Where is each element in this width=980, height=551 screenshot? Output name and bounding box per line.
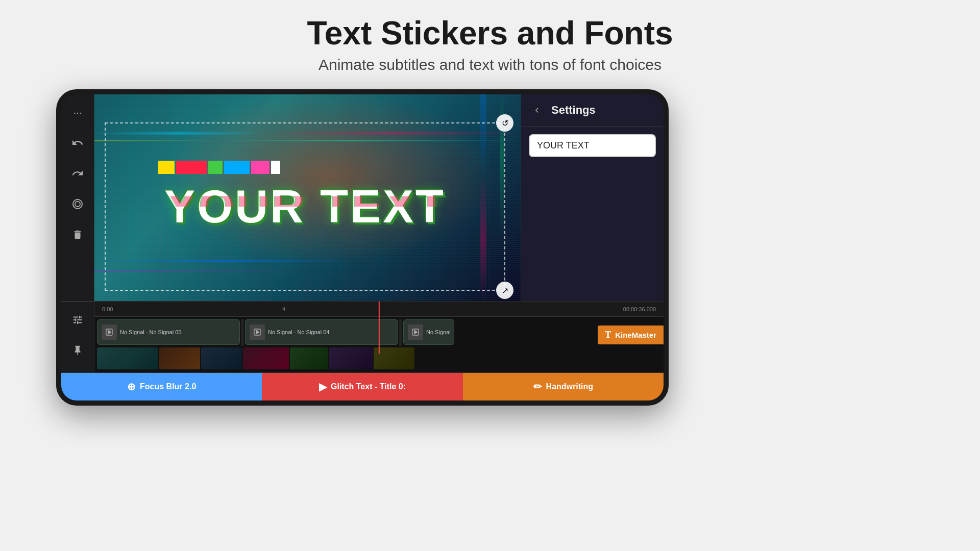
bottom-tabs: ⊕ Focus Blur 2.0 ▶ Glitch Text - Title 0… bbox=[61, 372, 664, 400]
timeline-area: 0:00 4 00:00:04:477 00:00:36.000 bbox=[61, 301, 664, 400]
tab-glitch-label: Glitch Text - Title 0: bbox=[331, 382, 406, 391]
rotate-handle-bottom[interactable]: ↗ bbox=[496, 282, 513, 299]
more-options-icon[interactable]: ··· bbox=[67, 102, 88, 122]
main-area: ··· bbox=[61, 94, 664, 301]
settings-panel: Settings YOUR TEXT bbox=[521, 94, 664, 301]
redo-icon[interactable] bbox=[67, 163, 88, 184]
clip-label-2: No Signal - No Signal 04 bbox=[268, 329, 329, 335]
clip-label-3: No Signal bbox=[426, 329, 451, 335]
page-title: Text Stickers and Fonts bbox=[0, 15, 980, 51]
delete-icon[interactable] bbox=[67, 224, 88, 245]
video-preview: ↺ ↗ YOUR TEXT bbox=[94, 94, 521, 301]
video-area: ↺ ↗ YOUR TEXT bbox=[94, 94, 521, 301]
rotate-handle-top[interactable]: ↺ bbox=[496, 114, 513, 132]
time-start: 0:00 bbox=[102, 306, 113, 312]
adjustments-icon[interactable] bbox=[67, 310, 88, 330]
text-selection-box[interactable]: ↺ ↗ YOUR TEXT bbox=[105, 122, 505, 291]
settings-title: Settings bbox=[551, 104, 596, 117]
time-mark-4: 4 bbox=[282, 306, 285, 312]
clip-thumb-3 bbox=[408, 324, 423, 340]
clip-gap bbox=[241, 319, 244, 346]
keyframe-icon[interactable] bbox=[67, 194, 88, 214]
thumb-1 bbox=[97, 347, 158, 369]
page-subtitle: Animate subtitles and text with tons of … bbox=[0, 56, 980, 73]
kinemaster-icon: T bbox=[605, 330, 611, 340]
device-frame: ··· bbox=[56, 89, 669, 406]
undo-icon[interactable] bbox=[67, 133, 88, 153]
tab-focus-label: Focus Blur 2.0 bbox=[140, 382, 196, 391]
thumb-4 bbox=[243, 347, 289, 369]
text-input[interactable]: YOUR TEXT bbox=[529, 134, 656, 157]
thumb-3 bbox=[201, 347, 242, 369]
clip-item-1[interactable]: No Signal - No Signal 05 bbox=[97, 319, 240, 345]
device-inner: ··· bbox=[61, 94, 664, 400]
tab-glitch-text[interactable]: ▶ Glitch Text - Title 0: bbox=[262, 373, 462, 400]
overlay-text[interactable]: YOUR TEXT bbox=[164, 181, 446, 233]
clip-gap-2 bbox=[399, 319, 402, 346]
clip-item-3[interactable]: No Signal bbox=[403, 319, 454, 345]
clip-label-1: No Signal - No Signal 05 bbox=[120, 329, 181, 335]
clip-thumb-1 bbox=[102, 324, 117, 340]
kinemaster-label: KineMaster bbox=[615, 331, 656, 339]
kinemaster-badge: T KineMaster bbox=[598, 325, 664, 344]
tab-handwriting[interactable]: ✏ Handwriting bbox=[463, 373, 664, 400]
focus-blur-icon: ⊕ bbox=[127, 381, 136, 393]
tracks-main: 0:00 4 00:00:04:477 00:00:36.000 bbox=[94, 302, 664, 372]
thumb-5 bbox=[290, 347, 328, 369]
svg-point-0 bbox=[75, 202, 80, 207]
handwriting-icon: ✏ bbox=[533, 381, 542, 393]
playhead-line bbox=[378, 302, 379, 354]
pin-icon[interactable] bbox=[67, 340, 88, 361]
tab-focus-blur[interactable]: ⊕ Focus Blur 2.0 bbox=[61, 373, 262, 400]
playhead-container: 00:00:04:477 bbox=[361, 302, 397, 354]
thumb-2 bbox=[159, 347, 200, 369]
back-button[interactable] bbox=[529, 102, 545, 118]
timeline-content: 0:00 4 00:00:04:477 00:00:36.000 bbox=[61, 302, 664, 372]
clip-thumb-2 bbox=[250, 324, 265, 340]
bottom-left-toolbar bbox=[61, 302, 94, 372]
svg-point-1 bbox=[73, 199, 82, 209]
glitch-text-icon: ▶ bbox=[319, 381, 327, 393]
left-toolbar: ··· bbox=[61, 94, 94, 301]
settings-header: Settings bbox=[521, 94, 664, 127]
timeline-ruler: 0:00 4 00:00:04:477 00:00:36.000 bbox=[94, 302, 664, 317]
time-end: 00:00:36.000 bbox=[623, 306, 656, 312]
page-header: Text Stickers and Fonts Animate subtitle… bbox=[0, 0, 980, 84]
tab-handwriting-label: Handwriting bbox=[546, 382, 593, 391]
